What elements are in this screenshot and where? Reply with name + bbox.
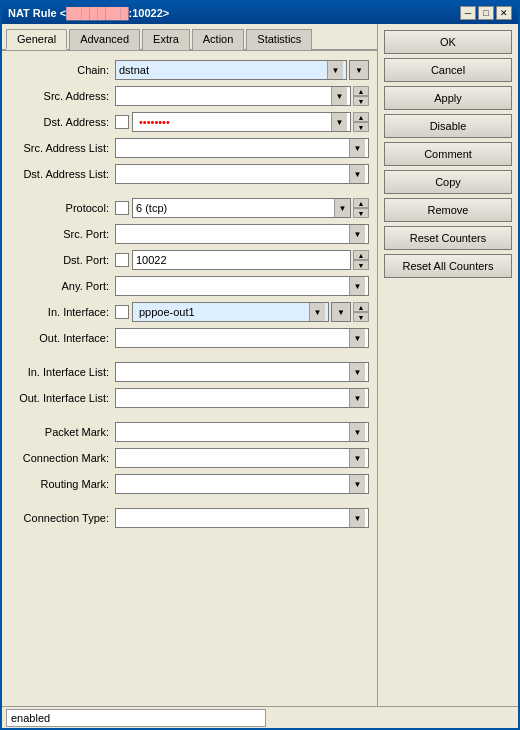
reset-all-counters-button[interactable]: Reset All Counters <box>384 254 512 278</box>
dst-address-checkbox[interactable] <box>115 115 129 129</box>
dst-port-up[interactable]: ▲ <box>353 250 369 260</box>
any-port-dropdown[interactable]: ▼ <box>349 277 365 295</box>
src-address-list-input[interactable] <box>119 142 349 154</box>
form-area: Chain: ▼ ▼ Src. Address: ▼ ▲ <box>2 51 377 706</box>
protocol-up[interactable]: ▲ <box>353 198 369 208</box>
connection-type-dropdown[interactable]: ▼ <box>349 509 365 527</box>
dst-address-input-wrapper: •••••••• ▼ <box>132 112 351 132</box>
connection-mark-wrapper: ▼ <box>115 448 369 468</box>
src-address-down[interactable]: ▼ <box>353 96 369 106</box>
dst-address-dropdown-arrow[interactable]: ▼ <box>331 113 347 131</box>
routing-mark-dropdown[interactable]: ▼ <box>349 475 365 493</box>
in-interface-checkbox[interactable] <box>115 305 129 319</box>
reset-counters-button[interactable]: Reset Counters <box>384 226 512 250</box>
apply-button[interactable]: Apply <box>384 86 512 110</box>
window: NAT Rule <████████:10022> ─ □ ✕ General … <box>0 0 520 730</box>
packet-mark-wrapper: ▼ <box>115 422 369 442</box>
src-address-up[interactable]: ▲ <box>353 86 369 96</box>
protocol-label: Protocol: <box>10 202 115 214</box>
in-interface-down[interactable]: ▼ <box>353 312 369 322</box>
left-panel: General Advanced Extra Action Statistics <box>2 24 378 706</box>
any-port-input[interactable] <box>119 280 349 292</box>
in-interface-list-row: In. Interface List: ▼ <box>10 361 369 383</box>
dst-address-list-label: Dst. Address List: <box>10 168 115 180</box>
src-port-input[interactable] <box>119 228 349 240</box>
in-interface-label: In. Interface: <box>10 306 115 318</box>
disable-button[interactable]: Disable <box>384 114 512 138</box>
chain-dropdown-arrow[interactable]: ▼ <box>327 61 343 79</box>
out-interface-row: Out. Interface: ▼ <box>10 327 369 349</box>
minimize-button[interactable]: ─ <box>460 6 476 20</box>
dst-port-checkbox[interactable] <box>115 253 129 267</box>
main-content: General Advanced Extra Action Statistics <box>2 24 518 706</box>
tab-extra[interactable]: Extra <box>142 29 190 50</box>
out-interface-input[interactable] <box>119 332 349 344</box>
dst-port-arrows: ▲ ▼ <box>353 250 369 270</box>
in-interface-list-input[interactable] <box>119 366 349 378</box>
out-interface-dropdown[interactable]: ▼ <box>349 329 365 347</box>
remove-button[interactable]: Remove <box>384 198 512 222</box>
chain-input[interactable] <box>119 64 327 76</box>
cancel-button[interactable]: Cancel <box>384 58 512 82</box>
copy-button[interactable]: Copy <box>384 170 512 194</box>
src-address-list-wrapper: ▼ <box>115 138 369 158</box>
window-title: NAT Rule <████████:10022> <box>8 7 169 19</box>
in-interface-dropdown[interactable]: ▼ <box>309 303 325 321</box>
tab-statistics[interactable]: Statistics <box>246 29 312 50</box>
protocol-row: Protocol: 6 (tcp) ▼ ▲ ▼ <box>10 197 369 219</box>
connection-mark-row: Connection Mark: ▼ <box>10 447 369 469</box>
dst-address-list-input[interactable] <box>119 168 349 180</box>
comment-button[interactable]: Comment <box>384 142 512 166</box>
src-address-list-dropdown[interactable]: ▼ <box>349 139 365 157</box>
src-address-arrows: ▲ ▼ <box>353 86 369 106</box>
in-interface-list-dropdown[interactable]: ▼ <box>349 363 365 381</box>
connection-type-input[interactable] <box>119 512 349 524</box>
connection-type-label: Connection Type: <box>10 512 115 524</box>
ok-button[interactable]: OK <box>384 30 512 54</box>
tabs: General Advanced Extra Action Statistics <box>2 24 377 51</box>
in-interface-up[interactable]: ▲ <box>353 302 369 312</box>
src-port-label: Src. Port: <box>10 228 115 240</box>
title-bar: NAT Rule <████████:10022> ─ □ ✕ <box>2 2 518 24</box>
protocol-down[interactable]: ▼ <box>353 208 369 218</box>
connection-mark-dropdown[interactable]: ▼ <box>349 449 365 467</box>
close-button[interactable]: ✕ <box>496 6 512 20</box>
title-bar-buttons: ─ □ ✕ <box>460 6 512 20</box>
protocol-dropdown[interactable]: ▼ <box>334 199 350 217</box>
protocol-checkbox[interactable] <box>115 201 129 215</box>
src-address-list-row: Src. Address List: ▼ <box>10 137 369 159</box>
packet-mark-label: Packet Mark: <box>10 426 115 438</box>
packet-mark-input[interactable] <box>119 426 349 438</box>
connection-mark-input[interactable] <box>119 452 349 464</box>
dst-port-input[interactable] <box>136 254 347 266</box>
dst-address-down[interactable]: ▼ <box>353 122 369 132</box>
protocol-value: 6 (tcp) <box>133 202 334 214</box>
tab-advanced[interactable]: Advanced <box>69 29 140 50</box>
protocol-arrows: ▲ ▼ <box>353 198 369 218</box>
in-interface-wrapper: pppoe-out1 ▼ <box>132 302 329 322</box>
dst-address-up[interactable]: ▲ <box>353 112 369 122</box>
src-address-input[interactable] <box>119 90 331 102</box>
maximize-button[interactable]: □ <box>478 6 494 20</box>
dst-address-list-row: Dst. Address List: ▼ <box>10 163 369 185</box>
dst-port-wrapper <box>132 250 351 270</box>
routing-mark-label: Routing Mark: <box>10 478 115 490</box>
dst-address-list-dropdown[interactable]: ▼ <box>349 165 365 183</box>
chain-dropdown-btn[interactable]: ▼ <box>349 60 369 80</box>
any-port-label: Any. Port: <box>10 280 115 292</box>
out-interface-list-row: Out. Interface List: ▼ <box>10 387 369 409</box>
src-address-dropdown-arrow[interactable]: ▼ <box>331 87 347 105</box>
dst-address-arrows: ▲ ▼ <box>353 112 369 132</box>
out-interface-list-input[interactable] <box>119 392 349 404</box>
in-interface-dropdown-btn[interactable]: ▼ <box>331 302 351 322</box>
right-panel: OK Cancel Apply Disable Comment Copy Rem… <box>378 24 518 706</box>
tab-action[interactable]: Action <box>192 29 245 50</box>
dst-address-list-wrapper: ▼ <box>115 164 369 184</box>
connection-type-row: Connection Type: ▼ <box>10 507 369 529</box>
packet-mark-dropdown[interactable]: ▼ <box>349 423 365 441</box>
routing-mark-input[interactable] <box>119 478 349 490</box>
out-interface-list-dropdown[interactable]: ▼ <box>349 389 365 407</box>
dst-port-down[interactable]: ▼ <box>353 260 369 270</box>
src-port-dropdown[interactable]: ▼ <box>349 225 365 243</box>
tab-general[interactable]: General <box>6 29 67 50</box>
